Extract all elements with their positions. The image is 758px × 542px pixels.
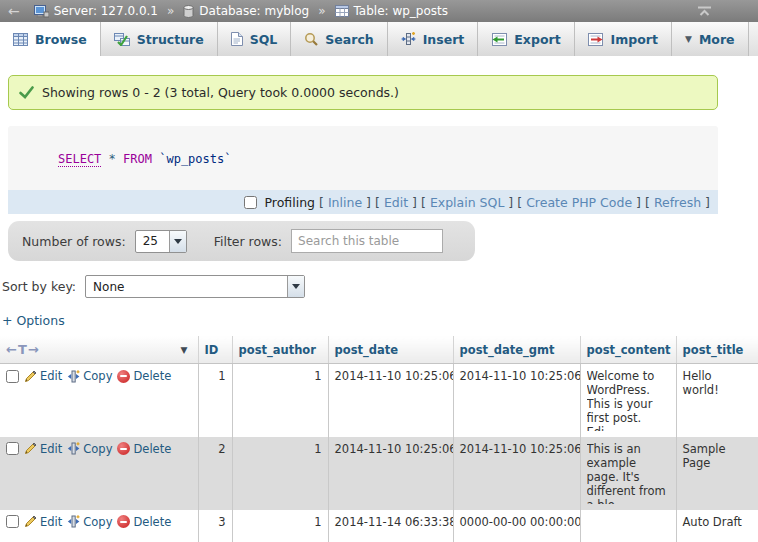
profiling-checkbox[interactable] [244, 196, 257, 209]
sort-by-key-value: None [86, 276, 287, 297]
column-header-post-date[interactable]: post_date [328, 336, 453, 364]
tab-browse-label: Browse [35, 32, 87, 47]
create-php-code-link[interactable]: Create PHP Code [526, 195, 632, 210]
tab-more[interactable]: ▼ More [672, 22, 749, 56]
delete-row-link[interactable]: Delete [117, 369, 171, 383]
pencil-icon [24, 442, 37, 455]
refresh-link[interactable]: Refresh [654, 195, 701, 210]
edit-row-link[interactable]: Edit [24, 442, 62, 456]
column-controls-header: ←T→ ▼ [0, 336, 198, 364]
bracket: ] [412, 195, 417, 210]
cell-post-date: 2014-11-14 06:33:38 [328, 510, 453, 542]
pencil-icon [24, 515, 37, 528]
tab-search-label: Search [325, 32, 373, 47]
sort-by-key-select[interactable]: None [85, 275, 305, 298]
status-message: Showing rows 0 - 2 (3 total, Query took … [8, 75, 718, 110]
tab-import[interactable]: Import [575, 22, 672, 56]
copy-icon [67, 515, 80, 528]
bracket: [ [319, 195, 324, 210]
tab-sql[interactable]: SQL [218, 22, 292, 56]
tab-insert-label: Insert [423, 32, 465, 47]
bracket: [ [375, 195, 380, 210]
table-row: Edit Copy Delete 2 1 2014-11-10 10:25:06… [0, 437, 758, 510]
inline-link[interactable]: Inline [328, 195, 362, 210]
browse-icon [13, 33, 28, 46]
cell-post-title: Hello world! [676, 364, 758, 437]
phpmyadmin-window: ← Server: 127.0.0.1 » Database: myblog »… [0, 0, 758, 542]
bracket: [ [517, 195, 522, 210]
cell-post-title: Sample Page [676, 437, 758, 510]
breadcrumb: Server: 127.0.0.1 » Database: myblog » T… [34, 4, 448, 18]
insert-icon [401, 32, 416, 46]
number-of-rows-value: 25 [136, 231, 169, 252]
sort-by-key-row: Sort by key: None [2, 275, 758, 298]
filter-rows-input[interactable] [291, 229, 443, 253]
breadcrumb-database[interactable]: Database: myblog [199, 4, 309, 18]
export-icon [491, 33, 507, 46]
breadcrumb-server[interactable]: Server: 127.0.0.1 [54, 4, 158, 18]
number-of-rows-select[interactable]: 25 [135, 230, 187, 253]
structure-icon [114, 33, 130, 46]
delete-icon [117, 515, 130, 528]
collapse-panel-icon[interactable] [697, 6, 712, 17]
breadcrumb-separator: » [167, 4, 174, 18]
row-checkbox[interactable] [6, 370, 19, 383]
tab-search[interactable]: Search [291, 22, 387, 56]
pencil-icon [24, 370, 37, 383]
column-header-post-content[interactable]: post_content [580, 336, 676, 364]
number-of-rows-label: Number of rows: [22, 234, 126, 249]
column-header-id[interactable]: ID [198, 336, 232, 364]
column-header-post-date-gmt[interactable]: post_date_gmt [453, 336, 580, 364]
column-header-post-title[interactable]: post_title [676, 336, 758, 364]
cell-post-date-gmt: 2014-11-10 10:25:06 [453, 364, 580, 437]
column-visibility-controls[interactable]: ←T→ [6, 342, 40, 357]
sql-icon [231, 32, 243, 46]
sort-caret-icon[interactable]: ▼ [181, 345, 188, 355]
sql-query-text: SELECT * FROM `wp_posts` [8, 126, 718, 190]
cell-post-content: Welcome to WordPress. This is your first… [580, 364, 676, 437]
bracket: [ [421, 195, 426, 210]
cell-id: 2 [198, 437, 232, 510]
bracket: ] [508, 195, 513, 210]
column-header-post-author[interactable]: post_author [232, 336, 328, 364]
success-check-icon [19, 86, 34, 99]
copy-icon [67, 370, 80, 383]
chevron-down-icon [169, 231, 186, 252]
tab-browse[interactable]: Browse [0, 22, 101, 56]
edit-row-link[interactable]: Edit [24, 369, 62, 383]
copy-row-link[interactable]: Copy [67, 515, 112, 529]
options-toggle-link[interactable]: + Options [2, 313, 65, 328]
cell-post-date-gmt: 0000-00-00 00:00:00 [453, 510, 580, 542]
tab-export[interactable]: Export [478, 22, 574, 56]
tab-structure[interactable]: Structure [101, 22, 218, 56]
explain-sql-link[interactable]: Explain SQL [430, 195, 504, 210]
delete-icon [117, 442, 130, 455]
sort-by-key-label: Sort by key: [2, 279, 76, 294]
breadcrumb-table[interactable]: Table: wp_posts [354, 4, 449, 18]
copy-row-link[interactable]: Copy [67, 369, 112, 383]
edit-row-link[interactable]: Edit [24, 515, 62, 529]
row-checkbox[interactable] [6, 515, 19, 528]
delete-row-link[interactable]: Delete [117, 442, 171, 456]
cell-post-content [580, 510, 676, 542]
delete-icon [117, 370, 130, 383]
breadcrumb-bar: ← Server: 127.0.0.1 » Database: myblog »… [0, 0, 758, 22]
table-row: Edit Copy Delete 3 1 2014-11-14 06:33:38… [0, 510, 758, 542]
sql-keyword-from: FROM [123, 152, 152, 166]
cell-post-author: 1 [232, 364, 328, 437]
edit-sql-link[interactable]: Edit [384, 195, 408, 210]
sql-star: * [109, 152, 116, 166]
copy-row-link[interactable]: Copy [67, 442, 112, 456]
tab-sql-label: SQL [250, 32, 278, 47]
chevron-down-icon [287, 276, 304, 297]
tab-structure-label: Structure [137, 32, 204, 47]
tab-insert[interactable]: Insert [388, 22, 479, 56]
results-controls-bar: Number of rows: 25 Filter rows: [8, 221, 475, 261]
table-header-row: ←T→ ▼ ID post_author post_date post_date… [0, 336, 758, 364]
cell-post-author: 1 [232, 437, 328, 510]
row-checkbox[interactable] [6, 442, 19, 455]
delete-row-link[interactable]: Delete [117, 515, 171, 529]
bracket: [ [645, 195, 650, 210]
tab-import-label: Import [611, 32, 658, 47]
back-arrow-icon[interactable]: ← [8, 3, 20, 19]
